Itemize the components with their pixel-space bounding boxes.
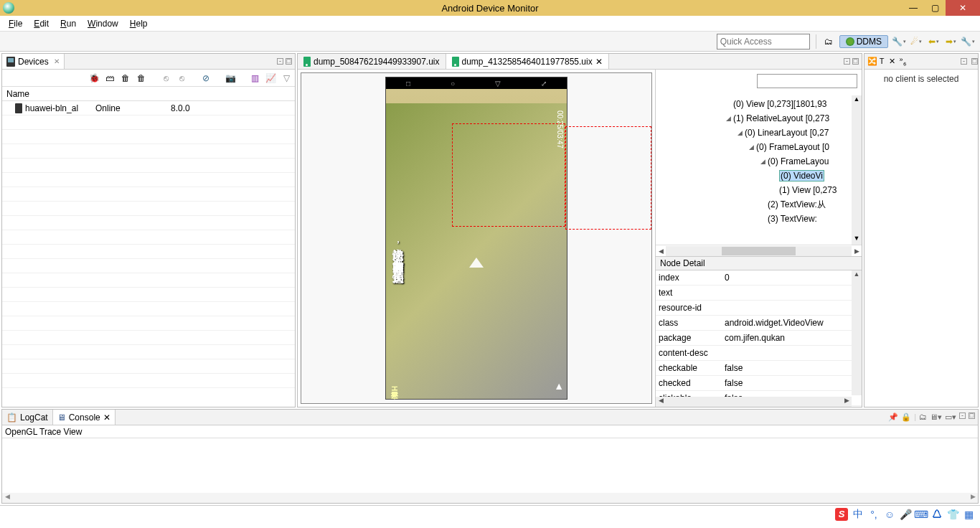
debug-icon[interactable]: 🐞 xyxy=(88,72,100,84)
display-icon[interactable]: 🗂 xyxy=(919,412,927,422)
menu-help[interactable]: Help xyxy=(124,17,154,30)
device-icon xyxy=(6,57,15,67)
devices-header: Name xyxy=(2,87,295,101)
menu-edit[interactable]: Edit xyxy=(28,17,55,30)
view-menu-icon[interactable]: ▽ xyxy=(281,72,292,84)
scrollbar-horizontal[interactable]: ◀▶ xyxy=(2,493,978,503)
console-tab[interactable]: 🖥Console✕ xyxy=(53,410,116,425)
ime-punct-icon[interactable]: °, xyxy=(868,509,880,520)
tools-button[interactable]: 🔧▾ xyxy=(961,35,974,48)
phone-icon xyxy=(15,103,22,113)
threads-tab-icon[interactable]: 🔀 T xyxy=(867,57,885,66)
scrollbar-horizontal[interactable]: ◀▶ xyxy=(656,397,852,407)
selection-highlight xyxy=(452,123,565,227)
bottom-pane: 📋LogCat 🖥Console✕ 📌 🔒 | 🗂 🖥▾ ▭▾ - □ Open… xyxy=(1,409,979,504)
ime-mic-icon[interactable]: 🎤 xyxy=(900,509,911,520)
ime-skin-icon[interactable]: 🛆 xyxy=(931,509,943,520)
stop-process-icon[interactable]: ⊘ xyxy=(200,72,212,84)
console-select-icon[interactable]: 🖥▾ xyxy=(930,412,942,422)
minimize-view-button[interactable]: - xyxy=(959,412,966,422)
close-icon[interactable]: ✕ xyxy=(103,412,110,423)
menu-file[interactable]: File xyxy=(3,17,28,30)
devices-toolbar: 🐞 🗃 🗑 🗑 ⎋ ⎋ ⊘ 📷 ▥ 📈 ▽ xyxy=(2,70,295,87)
quick-access-input[interactable] xyxy=(717,34,810,50)
tree-scrollbar-horizontal[interactable]: ◀▶ xyxy=(656,245,862,256)
minimize-button[interactable]: — xyxy=(903,0,924,16)
menu-run[interactable]: Run xyxy=(55,17,82,30)
open-perspective-button[interactable]: 🗂 xyxy=(822,35,835,48)
hierarchy-tree[interactable]: (0) View [0,273][1801,93 ◢(1) RelativeLa… xyxy=(656,95,862,245)
update-heap-icon[interactable]: 🗃 xyxy=(104,72,116,84)
logcat-tab[interactable]: 📋LogCat xyxy=(2,410,53,425)
ime-keyboard-icon[interactable]: ⌨ xyxy=(915,509,927,520)
main-toolbar: 🗂 DDMS 🔧▾ ☄▾ ⬅▾ ➡▾ 🔧▾ xyxy=(0,32,980,52)
minimize-view-button[interactable]: - xyxy=(844,58,850,65)
system-tray: S 中 °, ☺ 🎤 ⌨ 🛆 👕 ▦ xyxy=(0,505,980,522)
ime-lang-icon[interactable]: 中 xyxy=(852,509,864,520)
ime-tool-icon[interactable]: 👕 xyxy=(947,509,958,520)
console-body[interactable]: ◀▶ xyxy=(2,438,978,503)
layout-inspector-icon[interactable]: ▥ xyxy=(249,72,260,84)
maximize-view-button[interactable]: □ xyxy=(286,58,292,65)
threads-pane: 🔀 T ✕ »₆ - □ no client is selected xyxy=(864,53,979,407)
lock-icon[interactable]: 🔒 xyxy=(901,412,911,422)
threads-message: no client is selected xyxy=(864,70,978,407)
pin-icon[interactable]: 📌 xyxy=(888,412,898,422)
node-detail-header: Node Detail xyxy=(656,256,862,270)
cause-gc-icon[interactable]: 🗑 xyxy=(136,72,147,84)
new-window-button[interactable]: ☄▾ xyxy=(910,35,923,48)
maximize-button[interactable]: ▢ xyxy=(924,0,946,16)
editor-tab-dump2[interactable]: dump_4132585464011977​855.uix ✕ xyxy=(446,54,609,69)
devices-tab[interactable]: Devices ✕ xyxy=(2,54,65,69)
node-detail-table: index0 text resource-id classandroid.wid… xyxy=(656,270,862,407)
device-screenshot-area[interactable]: □○▽⤢ 快递来敲门，美女穿着男室友的内衣开门，快递员笑到了 00:25/03:… xyxy=(301,72,652,404)
ime-emoji-icon[interactable]: ☺ xyxy=(884,509,895,520)
close-button[interactable]: ✕ xyxy=(946,0,980,16)
play-icon: ▲ xyxy=(554,380,564,392)
menubar: File Edit Run Window Help xyxy=(0,16,980,32)
thread-icon[interactable]: ⎋ xyxy=(160,72,171,84)
status-bar: □○▽⤢ xyxy=(386,77,567,89)
selection-highlight-overflow xyxy=(565,126,651,230)
trace-view-label: OpenGL Trace View xyxy=(2,425,978,438)
dump-hprof-icon[interactable]: 🗑 xyxy=(120,72,131,84)
scrollbar-vertical[interactable]: ▲ xyxy=(852,270,862,395)
scrollbar-vertical[interactable]: ▲ ▼ xyxy=(852,95,862,245)
minimize-view-button[interactable]: - xyxy=(277,58,283,65)
tree-item-selected[interactable]: (0) VideoVi xyxy=(656,169,862,183)
tree-search-input[interactable] xyxy=(757,74,857,88)
collapse-icon[interactable]: ◢ xyxy=(759,158,766,165)
maximize-view-button[interactable]: □ xyxy=(852,58,859,65)
sogou-ime-icon[interactable]: S xyxy=(835,508,848,521)
screen-capture-icon[interactable]: 📷 xyxy=(225,72,236,84)
ddms-perspective-button[interactable]: DDMS xyxy=(839,35,888,48)
minimize-view-button[interactable]: - xyxy=(961,58,967,65)
forward-button[interactable]: ➡▾ xyxy=(944,35,957,48)
main-area: Devices ✕ - □ 🐞 🗃 🗑 🗑 ⎋ ⎋ ⊘ 📷 ▥ 📈 ▽ xyxy=(0,52,980,409)
collapse-icon[interactable]: ◢ xyxy=(725,115,732,122)
hd-badge: 芒果HD xyxy=(389,386,399,396)
menu-window[interactable]: Window xyxy=(82,17,124,30)
threads-tab3-icon[interactable]: »₆ xyxy=(900,56,906,67)
maximize-view-button[interactable]: □ xyxy=(971,58,978,65)
clear-icon[interactable]: ▭▾ xyxy=(945,412,956,422)
back-button[interactable]: ⬅▾ xyxy=(927,35,940,48)
hierarchy-button[interactable]: 🔧▾ xyxy=(892,35,905,48)
collapse-icon[interactable]: ◢ xyxy=(748,143,755,151)
window-title: Android Device Monitor xyxy=(441,3,538,14)
app-icon xyxy=(3,2,14,14)
systrace-icon[interactable]: 📈 xyxy=(265,72,276,84)
close-icon[interactable]: ✕ xyxy=(595,57,603,67)
close-icon[interactable]: ✕ xyxy=(54,57,60,65)
threads-tab2-icon[interactable]: ✕ xyxy=(889,57,895,66)
devices-pane-tabrow: Devices ✕ - □ xyxy=(2,54,295,70)
device-screenshot: □○▽⤢ 快递来敲门，美女穿着男室友的内衣开门，快递员笑到了 00:25/03:… xyxy=(385,77,567,400)
start-method-trace-icon[interactable]: ⎋ xyxy=(176,72,187,84)
hierarchy-area: (0) View [0,273][1801,93 ◢(1) RelativeLa… xyxy=(655,70,862,407)
maximize-view-button[interactable]: □ xyxy=(969,412,975,422)
device-row[interactable]: huawei-bln_al Online 8.0.0 xyxy=(2,101,295,116)
collapse-icon[interactable]: ◢ xyxy=(736,129,743,136)
ime-settings-icon[interactable]: ▦ xyxy=(963,509,974,520)
editor-tab-dump1[interactable]: dump_5084762194499339​07.uix xyxy=(298,54,446,69)
uix-icon xyxy=(452,57,459,67)
